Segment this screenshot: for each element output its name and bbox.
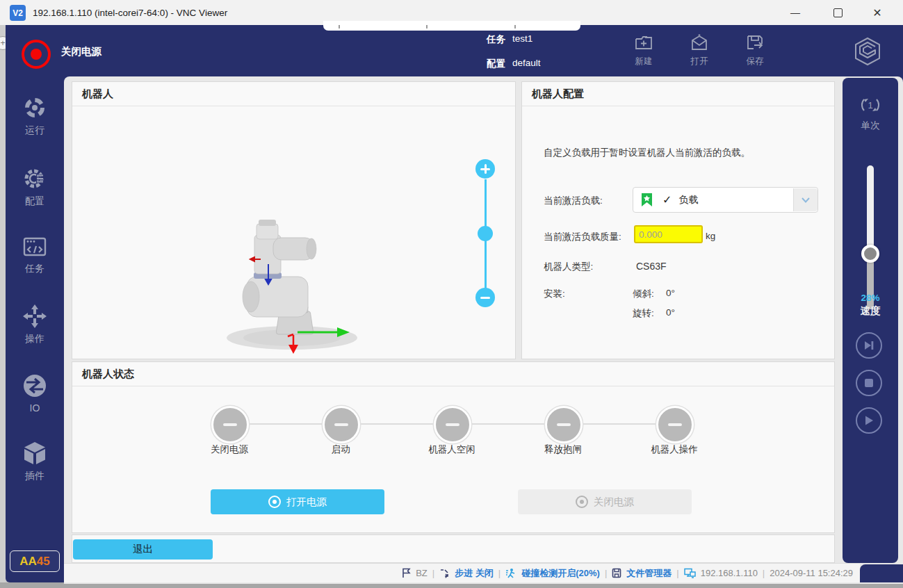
sidebar-item-plugin[interactable]: 插件 (6, 441, 64, 482)
config-label: 配置 (487, 58, 505, 70)
desktop-edge (0, 25, 6, 582)
save-button[interactable]: 保存 (730, 33, 780, 76)
status-step-label: 关闭电源 (174, 443, 285, 456)
power-on-icon (268, 496, 281, 508)
power-status-label: 关闭电源 (61, 40, 101, 63)
payload-mass-input[interactable] (634, 225, 703, 243)
exit-button[interactable]: 退出 (73, 539, 213, 560)
plus-icon-vertical (485, 164, 487, 174)
active-payload-label: 当前激活负载: (544, 195, 603, 207)
rotation-label: 旋转: (633, 307, 654, 320)
new-file-icon (634, 33, 653, 53)
sidebar-item-io[interactable]: IO (6, 373, 64, 414)
statusbar-separator: | (676, 568, 678, 578)
speed-percent: 28% (849, 293, 891, 303)
minus-icon (334, 423, 348, 427)
power-on-button[interactable]: 打开电源 (211, 489, 384, 514)
zoom-out-button[interactable] (475, 288, 495, 307)
robot-config-panel: 机器人配置 (521, 81, 835, 359)
right-sidebar-bottom-corner (860, 564, 903, 582)
statusbar-separator: | (432, 568, 434, 578)
run-icon (22, 95, 47, 120)
single-cycle-button[interactable]: 1 (857, 92, 884, 118)
save-icon (745, 33, 765, 53)
single-cycle-label: 单次 (849, 120, 891, 132)
statusbar-separator: | (605, 568, 607, 578)
bz-flag-icon (402, 568, 411, 578)
status-step-label: 启动 (285, 443, 396, 456)
power-status-button[interactable] (22, 40, 51, 69)
new-button[interactable]: 新建 (619, 33, 669, 76)
payload-option-label: 负载 (678, 194, 698, 206)
io-arrows-icon (22, 373, 47, 398)
statusbar: BZ | 步进 关闭 | 碰撞检测开启(20%) | 文件管理器 | 192.1… (64, 563, 860, 582)
speed-slider-handle[interactable] (861, 245, 879, 263)
power-on-label: 打开电源 (286, 496, 327, 509)
sidebar-item-config[interactable]: 配置 (6, 166, 64, 208)
stop-button[interactable] (856, 370, 882, 396)
robot-type-value: CS63F (636, 261, 667, 272)
window-title: 192.168.1.110 (intel-corei7-64:0) - VNC … (33, 0, 227, 25)
power-off-button[interactable]: 关闭电源 (518, 489, 692, 514)
notch-tick (426, 25, 428, 28)
collision-icon (505, 568, 516, 579)
payload-select[interactable]: ✓ 负载 (633, 187, 818, 213)
badge-text-left: AA (19, 555, 37, 569)
sidebar-item-label: 配置 (25, 195, 44, 208)
payload-mass-label: 当前激活负载质量: (544, 231, 621, 243)
file-manager-icon (612, 568, 621, 578)
bz-label[interactable]: BZ (416, 568, 428, 578)
statusbar-separator: | (763, 568, 765, 578)
open-label: 打开 (691, 56, 708, 67)
speed-label: 速度 (849, 304, 891, 318)
step-forward-button[interactable] (856, 332, 882, 359)
sidebar-item-label: 任务 (25, 263, 44, 275)
sidebar-item-operate[interactable]: 操作 (6, 304, 64, 345)
robot-type-label: 机器人类型: (544, 261, 593, 273)
step-mode-label[interactable]: 步进 关闭 (455, 567, 494, 580)
sidebar-item-label: 操作 (25, 333, 44, 345)
save-label: 保存 (747, 56, 764, 67)
power-status-icon (31, 49, 42, 60)
badge-text-right: 45 (37, 555, 50, 569)
open-button[interactable]: 打开 (674, 33, 724, 76)
close-button[interactable]: ✕ (861, 0, 893, 25)
step-mode-icon (439, 568, 450, 578)
robot-panel-title: 机器人 (72, 82, 515, 106)
file-manager-label[interactable]: 文件管理器 (626, 567, 672, 580)
tilt-label: 倾斜: (633, 288, 654, 300)
power-off-label: 关闭电源 (594, 496, 634, 509)
status-step-label: 机器人操作 (619, 443, 730, 456)
bookmark-icon (641, 193, 653, 207)
power-off-icon (576, 496, 588, 508)
sidebar-item-task[interactable]: 任务 (6, 235, 64, 275)
task-code-icon (22, 235, 47, 259)
minus-icon (557, 423, 571, 427)
open-icon (690, 33, 709, 53)
zoom-slider-handle[interactable] (478, 226, 493, 241)
sidebar-item-run[interactable]: 运行 (6, 95, 64, 137)
collision-label[interactable]: 碰撞检测开启(20%) (521, 567, 600, 580)
tilt-value: 0° (666, 288, 675, 298)
robot-3d-view[interactable] (72, 106, 514, 356)
network-monitor-icon (684, 568, 696, 578)
play-button[interactable] (856, 407, 882, 434)
status-step-circle (211, 406, 249, 443)
maximize-button[interactable] (822, 0, 854, 25)
chevron-down-icon (801, 197, 811, 204)
top-notch (323, 21, 580, 31)
move-arrows-icon (22, 304, 47, 329)
status-step-label: 释放抱闸 (507, 443, 619, 456)
app-logo-icon (852, 36, 883, 67)
mass-unit-label: kg (706, 231, 715, 241)
status-step-circle (323, 406, 360, 443)
remote-control-badge[interactable]: AA45 (10, 550, 60, 572)
zoom-in-button[interactable] (475, 159, 495, 179)
minimize-button[interactable]: — (779, 0, 811, 25)
ip-label: 192.168.1.110 (701, 568, 758, 578)
settings-gear-icon (22, 166, 47, 191)
rotation-value: 0° (666, 307, 675, 318)
status-step-circle (656, 406, 694, 443)
stop-icon (864, 378, 874, 388)
chevron-down-area[interactable] (793, 188, 817, 211)
